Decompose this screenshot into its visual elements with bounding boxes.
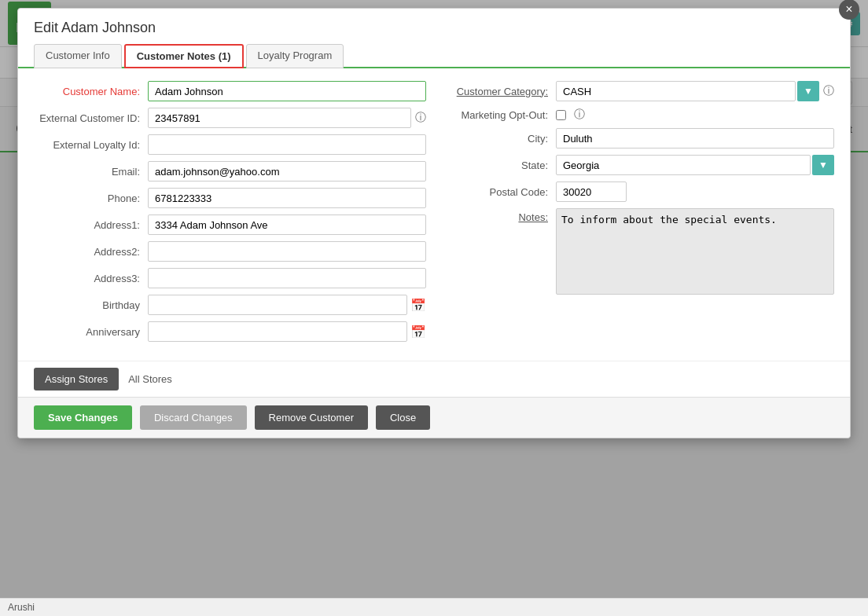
anniversary-label: Anniversary	[34, 326, 148, 338]
form-right: Customer Category: ▼ ⓘ Marketing Opt-Out…	[442, 81, 834, 348]
customer-name-input[interactable]	[148, 81, 426, 101]
external-id-row: External Customer ID: ⓘ	[34, 108, 426, 128]
marketing-opt-label: Marketing Opt-Out:	[442, 109, 556, 121]
category-help-icon[interactable]: ⓘ	[823, 84, 834, 98]
city-row: City:	[442, 128, 834, 148]
anniversary-calendar-icon[interactable]: 📅	[410, 324, 426, 339]
anniversary-field-wrap: 📅	[148, 321, 426, 342]
notes-textarea[interactable]	[556, 208, 834, 295]
phone-row: Phone:	[34, 188, 426, 208]
phone-input[interactable]	[148, 188, 426, 208]
category-label: Customer Category:	[442, 86, 556, 97]
bottom-bar: Arushi	[0, 598, 868, 616]
assign-stores-area: Assign Stores All Stores	[18, 361, 850, 397]
external-id-field-wrap: ⓘ	[148, 108, 426, 128]
address1-row: Address1:	[34, 214, 426, 235]
notes-label: Notes:	[442, 208, 556, 223]
modal-title: Edit Adam Johnson	[34, 20, 834, 36]
address3-row: Address3:	[34, 268, 426, 288]
city-label: City:	[442, 133, 556, 145]
customer-name-row: Customer Name:	[34, 81, 426, 101]
external-loyalty-row: External Loyalty Id:	[34, 134, 426, 155]
marketing-opt-help-icon[interactable]: ⓘ	[574, 108, 585, 122]
city-input[interactable]	[556, 128, 834, 148]
modal-tabs: Customer Info Customer Notes (1) Loyalty…	[34, 44, 834, 68]
state-select-wrap: ▼	[556, 155, 834, 175]
state-label: State:	[442, 160, 556, 171]
modal-footer: Save Changes Discard Changes Remove Cust…	[18, 397, 850, 438]
postal-label: Postal Code:	[442, 186, 556, 198]
email-label: Email:	[34, 166, 148, 178]
anniversary-input[interactable]	[148, 321, 407, 342]
external-id-input[interactable]	[148, 108, 411, 128]
category-dropdown-button[interactable]: ▼	[797, 81, 819, 101]
category-select-wrap: ▼ ⓘ	[556, 81, 834, 101]
tab-loyalty-program[interactable]: Loyalty Program	[246, 44, 344, 68]
postal-input[interactable]	[556, 182, 627, 202]
modal-body: Customer Name: External Customer ID: ⓘ E…	[18, 68, 850, 361]
discard-changes-button[interactable]: Discard Changes	[140, 405, 247, 430]
current-user: Arushi	[8, 602, 35, 613]
birthday-row: Birthday 📅	[34, 295, 426, 315]
address2-label: Address2:	[34, 246, 148, 258]
birthday-input[interactable]	[148, 295, 407, 315]
assign-stores-button[interactable]: Assign Stores	[34, 368, 119, 390]
edit-customer-modal: × Edit Adam Johnson Customer Info Custom…	[17, 8, 851, 438]
external-id-help-icon[interactable]: ⓘ	[415, 111, 426, 125]
marketing-opt-checkbox[interactable]	[556, 110, 566, 120]
address2-row: Address2:	[34, 241, 426, 262]
birthday-label: Birthday	[34, 299, 148, 311]
address2-input[interactable]	[148, 241, 426, 262]
close-button[interactable]: Close	[376, 405, 430, 430]
external-id-label: External Customer ID:	[34, 112, 148, 124]
modal-close-button[interactable]: ×	[839, 0, 859, 20]
address1-input[interactable]	[148, 214, 426, 235]
state-dropdown-button[interactable]: ▼	[812, 155, 834, 175]
anniversary-row: Anniversary 📅	[34, 321, 426, 342]
marketing-opt-row: Marketing Opt-Out: ⓘ	[442, 108, 834, 122]
external-loyalty-label: External Loyalty Id:	[34, 139, 148, 151]
modal-header: Edit Adam Johnson Customer Info Customer…	[18, 9, 850, 68]
remove-customer-button[interactable]: Remove Customer	[255, 405, 368, 430]
tab-customer-info[interactable]: Customer Info	[34, 44, 122, 68]
birthday-field-wrap: 📅	[148, 295, 426, 315]
external-loyalty-input[interactable]	[148, 134, 426, 155]
state-row: State: ▼	[442, 155, 834, 175]
postal-row: Postal Code:	[442, 182, 834, 202]
category-input[interactable]	[556, 81, 796, 101]
birthday-calendar-icon[interactable]: 📅	[410, 298, 426, 313]
notes-row: Notes:	[442, 208, 834, 295]
state-input[interactable]	[556, 155, 811, 175]
address1-label: Address1:	[34, 219, 148, 231]
phone-label: Phone:	[34, 192, 148, 204]
category-row: Customer Category: ▼ ⓘ	[442, 81, 834, 101]
email-row: Email:	[34, 161, 426, 182]
save-changes-button[interactable]: Save Changes	[34, 405, 132, 430]
modal-overlay: × Edit Adam Johnson Customer Info Custom…	[0, 0, 868, 616]
form-left: Customer Name: External Customer ID: ⓘ E…	[34, 81, 426, 348]
tab-customer-notes[interactable]: Customer Notes (1)	[124, 44, 244, 68]
address3-input[interactable]	[148, 268, 426, 288]
address3-label: Address3:	[34, 273, 148, 284]
all-stores-text: All Stores	[128, 373, 172, 385]
email-input[interactable]	[148, 161, 426, 182]
customer-name-label: Customer Name:	[34, 86, 148, 97]
